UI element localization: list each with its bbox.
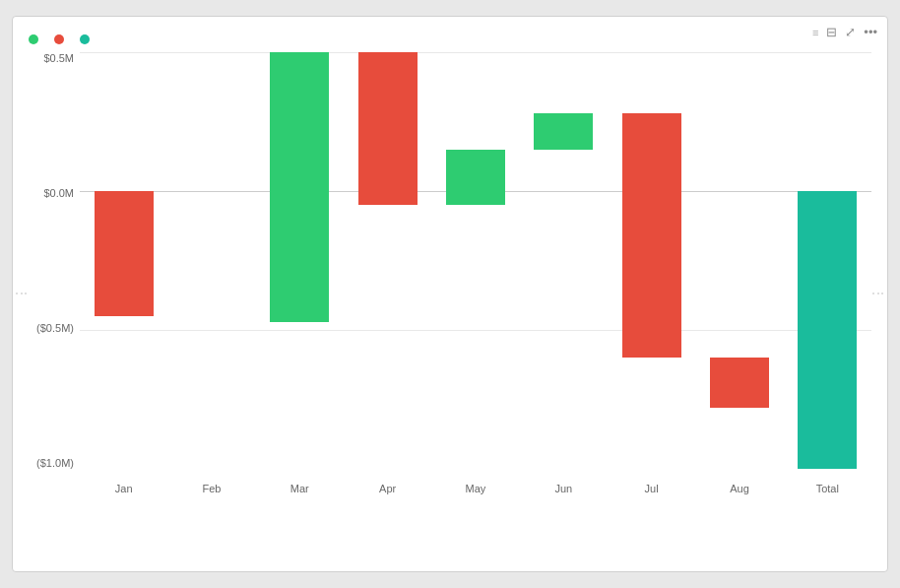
chart-bar-may[interactable] (446, 150, 505, 205)
more-icon[interactable]: ••• (864, 25, 877, 39)
legend-dot-increase (29, 34, 38, 44)
x-label: Jun (520, 469, 608, 496)
chart-bar-jul[interactable] (622, 113, 681, 358)
left-drag-handle[interactable]: ⋮ (15, 288, 29, 301)
chart-bar-mar[interactable] (270, 52, 329, 322)
drag-icon[interactable]: ≡ (812, 27, 818, 38)
legend-item-increase (29, 34, 42, 44)
grid-line (80, 52, 871, 53)
chart-bar-apr[interactable] (358, 52, 418, 205)
legend-item-total (80, 34, 94, 44)
expand-icon[interactable]: ⤢ (845, 25, 856, 39)
chart-bar-jun[interactable] (534, 113, 593, 150)
legend-dot-total (80, 34, 90, 44)
chart-legend (29, 34, 871, 44)
grid-and-bars (80, 52, 871, 469)
grid-line (80, 330, 871, 331)
x-label: Apr (344, 469, 431, 496)
y-axis: $0.5M $0.0M ($0.5M) ($1.0M) (29, 52, 80, 469)
chart-bar-aug[interactable] (710, 358, 769, 408)
y-label-00: $0.0M (43, 187, 74, 199)
x-axis: JanFebMarAprMayJunJulAugTotal (80, 469, 871, 496)
x-label: May (431, 469, 519, 496)
legend-dot-decrease (54, 34, 64, 44)
legend-item-decrease (54, 34, 68, 44)
x-label: Mar (256, 469, 344, 496)
chart-bar-jan[interactable] (95, 191, 154, 316)
x-label: Feb (167, 469, 255, 496)
x-label: Jan (80, 469, 167, 496)
chart-area: $0.5M $0.0M ($0.5M) ($1.0M) JanFebMarApr… (29, 52, 871, 496)
filter-icon[interactable]: ⊟ (826, 25, 837, 39)
right-drag-handle[interactable]: ⋮ (871, 288, 885, 301)
x-label: Jul (608, 469, 695, 496)
card-toolbar: ≡ ⊟ ⤢ ••• (812, 25, 877, 39)
y-label-neg10: ($1.0M) (36, 457, 74, 469)
chart-bar-total[interactable] (798, 191, 857, 469)
x-label: Aug (695, 469, 783, 496)
x-label: Total (784, 469, 871, 496)
y-label-neg05: ($0.5M) (36, 322, 74, 334)
y-label-05: $0.5M (43, 52, 74, 64)
chart-card: ⋮ ⋮ ≡ ⊟ ⤢ ••• $0.5M $0.0M ($0.5M) ($1.0M… (12, 16, 888, 572)
